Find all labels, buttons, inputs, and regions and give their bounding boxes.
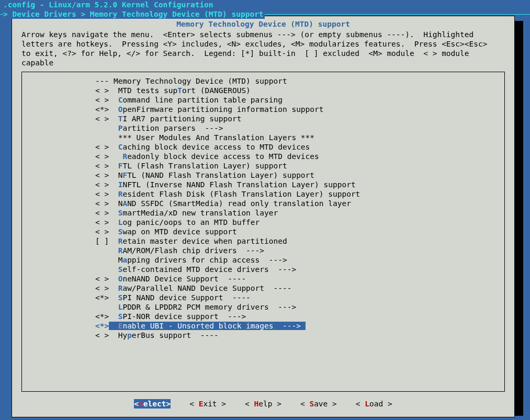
menu-item[interactable]: < > MTD tests supTort (DANGEROUS) — [22, 86, 504, 95]
dialog: Memory Technology Device (MTD) support A… — [12, 16, 515, 417]
menu-item[interactable]: < > Command line partition table parsing — [22, 95, 504, 105]
button-bar: <Select>< Exit >< Help >< Save >< Load > — [12, 396, 514, 414]
config-header: .config - Linux/arm 5.2.0 Kernel Configu… — [0, 0, 530, 9]
select-button[interactable]: <Select> — [134, 399, 171, 408]
breadcrumb-text: > Device Drivers > Memory Technology Dev… — [3, 9, 265, 19]
menu-item[interactable]: <*> OpenFirmware partitioning informatio… — [22, 105, 504, 114]
menu-item[interactable]: < > Raw/Parallel NAND Device Support ---… — [22, 283, 504, 293]
menu-item[interactable]: < > Log panic/oops to an MTD buffer — [22, 218, 504, 227]
menu-item[interactable]: < > INFTL (Inverse NAND Flash Translatio… — [22, 180, 504, 189]
menu-item[interactable]: <*> Enable UBI - Unsorted block images -… — [22, 321, 504, 331]
dialog-title: Memory Technology Device (MTD) support — [12, 19, 514, 29]
menu-item[interactable]: < > TI AR7 partitioning support — [22, 114, 504, 123]
dialog-help: Arrow keys navigate the menu. <Enter> se… — [12, 29, 514, 72]
menu-item[interactable]: < > NAND SSFDC (SmartMedia) read only tr… — [22, 199, 504, 208]
menu-item[interactable]: < > SmartMedia/xD new translation layer — [22, 208, 504, 218]
menu-item[interactable]: [ ] Retain master device when partitione… — [22, 236, 504, 246]
menu-item[interactable]: < > Resident Flash Disk (Flash Translati… — [22, 189, 504, 199]
menu-item[interactable]: < > Readonly block device access to MTD … — [22, 152, 504, 161]
menu-item[interactable]: Partition parsers ---> — [22, 123, 504, 133]
menu-item[interactable]: *** User Modules And Translation Layers … — [22, 133, 504, 142]
menu-item[interactable]: <*> SPI NAND device Support ---- — [22, 293, 504, 302]
menu-item[interactable]: < > NFTL (NAND Flash Translation Layer) … — [22, 171, 504, 180]
menu-item[interactable]: < > Caching block device access to MTD d… — [22, 142, 504, 152]
menu-list[interactable]: --- Memory Technology Device (MTD) suppo… — [21, 72, 505, 392]
help-button[interactable]: < Help > — [245, 399, 281, 408]
menu-item[interactable]: --- Memory Technology Device (MTD) suppo… — [22, 76, 504, 86]
menu-item[interactable]: < > Swap on MTD device support — [22, 227, 504, 236]
menu-item[interactable]: < > FTL (Flash Translation Layer) suppor… — [22, 161, 504, 171]
menu-item[interactable]: Mapping drivers for chip access ---> — [22, 255, 504, 265]
menu-item[interactable]: LPDDR & LPDDR2 PCM memory drivers ---> — [22, 302, 504, 312]
exit-button[interactable]: < Exit > — [189, 399, 226, 408]
load-button[interactable]: < Load > — [356, 399, 392, 408]
menu-item[interactable]: <*> SPI-NOR device support ---> — [22, 312, 504, 321]
menu-item[interactable]: < > HyperBus support ---- — [22, 331, 504, 340]
save-button[interactable]: < Save > — [300, 399, 337, 408]
menu-item[interactable]: RAM/ROM/Flash chip drivers ---> — [22, 246, 504, 255]
menu-item[interactable]: Self-contained MTD device drivers ---> — [22, 265, 504, 274]
menu-item[interactable]: < > OneNAND Device Support ---- — [22, 274, 504, 283]
